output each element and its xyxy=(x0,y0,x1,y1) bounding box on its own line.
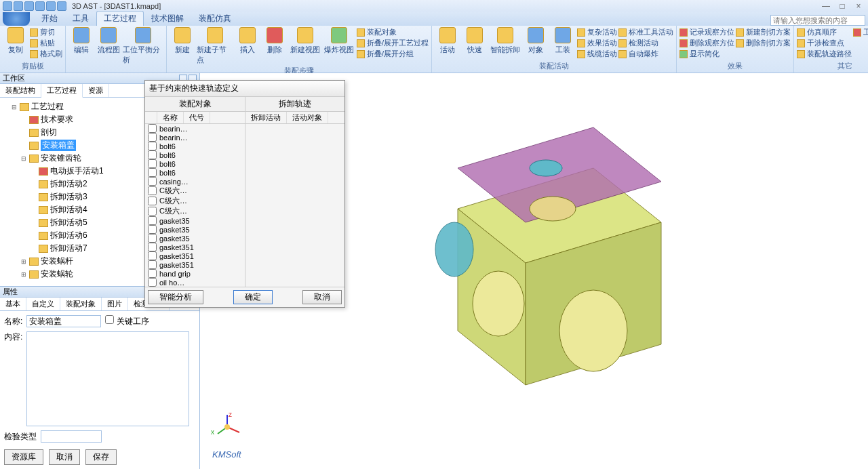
props-tab[interactable]: 装配对象 xyxy=(60,298,102,310)
list-item[interactable]: bolt6 xyxy=(145,142,245,150)
collapse-process-button[interactable]: 折叠/展开工艺过程 xyxy=(357,38,429,48)
flowchart-button[interactable]: 流程图 xyxy=(96,27,121,55)
format-painter-button[interactable]: 格式刷 xyxy=(30,49,62,59)
effect-activity-button[interactable]: 效果活动 xyxy=(577,38,617,48)
interfere-button[interactable]: 干涉检查点 xyxy=(797,38,852,48)
reuse-button[interactable]: 工艺复用 xyxy=(853,27,868,37)
insert-button[interactable]: 插入 xyxy=(235,27,260,55)
qat-btn[interactable] xyxy=(3,1,12,11)
list-item[interactable]: C级六… xyxy=(145,206,245,216)
cable-activity-button[interactable]: 线缆活动 xyxy=(577,49,617,59)
new-button[interactable]: 新建 xyxy=(170,27,195,55)
cancel-button[interactable]: 取消 xyxy=(49,449,80,465)
list-item[interactable]: gasket351 xyxy=(145,260,245,269)
fast-button[interactable]: 快速 xyxy=(462,27,488,55)
list-item[interactable]: gasket351 xyxy=(145,251,245,260)
list-item[interactable]: gasket351 xyxy=(145,243,245,251)
dock-tab[interactable]: 资源 xyxy=(83,84,109,97)
list-item[interactable]: bolt6 xyxy=(145,159,245,168)
props-tab[interactable]: 图片 xyxy=(102,298,128,310)
list-item[interactable]: gasket35 xyxy=(145,216,245,225)
maximize-button[interactable]: □ xyxy=(835,1,849,11)
detect-activity-button[interactable]: 检测活动 xyxy=(618,38,673,48)
col-header: 拆卸轨迹 xyxy=(245,97,344,112)
sim-order-button[interactable]: 仿真顺序 xyxy=(797,27,852,37)
explode-view-button[interactable]: 爆炸视图 xyxy=(323,27,355,55)
activity-button[interactable]: 活动 xyxy=(435,27,460,55)
list-item[interactable]: bearin… xyxy=(145,124,245,133)
collapse-group-button[interactable]: 折叠/展开分组 xyxy=(357,49,429,59)
svg-point-7 xyxy=(435,222,473,277)
list-item[interactable]: bolt6 xyxy=(145,168,245,177)
close-button[interactable]: × xyxy=(852,1,865,11)
name-field[interactable] xyxy=(26,315,101,327)
props-tab[interactable]: 自定义 xyxy=(26,298,60,310)
ribbon-body: 复制 剪切 粘贴 格式刷 剪贴板 编辑 流程图 工位平衡分析 新建 新建子节点 … xyxy=(0,26,868,73)
name-label: 名称: xyxy=(4,316,22,327)
qat-btn[interactable] xyxy=(24,1,34,11)
cut-button[interactable]: 剪切 xyxy=(30,27,62,37)
search-input[interactable] xyxy=(770,15,865,26)
ribbon-tab[interactable]: 装配仿真 xyxy=(191,11,239,26)
props-tab[interactable]: 基本 xyxy=(0,298,26,310)
window-title: 3D AST - [3DAST1.kmapd] xyxy=(72,2,161,10)
ribbon-tab[interactable]: 开始 xyxy=(34,11,65,26)
qat-btn[interactable] xyxy=(14,1,23,11)
dock-tab[interactable]: 装配结构 xyxy=(0,84,41,97)
smart-analyze-button[interactable]: 智能分析 xyxy=(148,290,203,304)
resource-button[interactable]: 资源库 xyxy=(4,449,43,465)
smartdis-button[interactable]: 智能拆卸 xyxy=(489,27,521,55)
list-item[interactable]: C级六… xyxy=(145,196,245,206)
object-button[interactable]: 对象 xyxy=(523,27,549,55)
app-menu-button[interactable] xyxy=(3,12,30,26)
type-field[interactable] xyxy=(41,430,102,443)
record-view-button[interactable]: 记录观察方位 xyxy=(679,27,734,37)
quick-access-toolbar xyxy=(3,1,66,11)
ok-button[interactable]: 确定 xyxy=(233,290,273,304)
track-list[interactable] xyxy=(245,124,344,287)
qat-btn[interactable] xyxy=(35,1,45,11)
list-item[interactable]: bolt6 xyxy=(145,150,245,159)
list-item[interactable]: casing… xyxy=(145,177,245,186)
delete-button[interactable]: 删除 xyxy=(262,27,288,55)
simplify-button[interactable]: 显示简化 xyxy=(679,49,734,59)
new-section-button[interactable]: 新建剖切方案 xyxy=(736,27,791,37)
delete-section-button[interactable]: 删除剖切方案 xyxy=(736,38,791,48)
edit-button[interactable]: 编辑 xyxy=(68,27,94,55)
minimize-button[interactable]: — xyxy=(819,1,833,11)
balance-button[interactable]: 工位平衡分析 xyxy=(123,27,163,65)
list-item[interactable]: gasket35 xyxy=(145,234,245,243)
delete-view-button[interactable]: 删除观察方位 xyxy=(679,38,734,48)
qat-btn[interactable] xyxy=(57,1,66,11)
content-field[interactable] xyxy=(26,331,189,426)
new-view-button[interactable]: 新建视图 xyxy=(289,27,321,55)
assembly-object-button[interactable]: 装配对象 xyxy=(357,27,429,37)
new-child-button[interactable]: 新建子节点 xyxy=(197,27,233,65)
ribbon-tab[interactable]: 技术图解 xyxy=(144,11,191,26)
auto-explode-button[interactable]: 自动爆炸 xyxy=(618,49,673,59)
dock-tab[interactable]: 工艺过程 xyxy=(41,84,83,98)
object-list[interactable]: bearin…bearin…bolt6bolt6bolt6bolt6casing… xyxy=(145,124,245,287)
paste-button[interactable]: 粘贴 xyxy=(30,38,62,48)
ribbon-tab[interactable]: 工具 xyxy=(65,11,96,26)
track-path-button[interactable]: 装配轨迹路径 xyxy=(797,49,852,59)
dialog-cancel-button[interactable]: 取消 xyxy=(302,290,342,304)
std-tool-activity-button[interactable]: 标准工具活动 xyxy=(618,27,673,37)
qat-btn[interactable] xyxy=(46,1,56,11)
list-item[interactable]: hand grip xyxy=(145,269,245,278)
tooling-button[interactable]: 工装 xyxy=(550,27,576,55)
ribbon-tab[interactable]: 工艺过程 xyxy=(96,11,144,26)
save-button[interactable]: 保存 xyxy=(85,449,117,465)
group-label: 装配活动 xyxy=(435,60,673,71)
copy-button[interactable]: 复制 xyxy=(3,27,28,55)
list-item[interactable]: bearin… xyxy=(145,133,245,142)
svg-point-6 xyxy=(530,197,576,221)
col-header: 装配对象 xyxy=(145,97,245,112)
list-item[interactable]: gasket35 xyxy=(145,225,245,234)
complex-activity-button[interactable]: 复杂活动 xyxy=(577,27,617,37)
group-label: 其它 xyxy=(797,60,868,71)
list-item[interactable]: oil ho… xyxy=(145,278,245,287)
list-item[interactable]: C级六… xyxy=(145,186,245,196)
key-checkbox[interactable]: 关键工序 xyxy=(105,315,149,327)
svg-point-12 xyxy=(224,424,230,430)
